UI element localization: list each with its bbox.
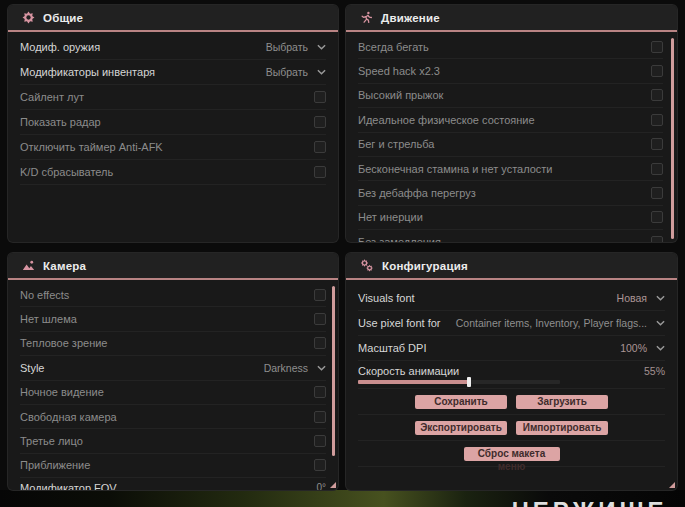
checkbox[interactable] [651, 114, 663, 126]
panel-movement: ДвижениеВсегда бегатьSpeed hack x2.3Высо… [346, 5, 677, 242]
checkbox[interactable] [314, 411, 326, 423]
dropdown-value: 100% [620, 342, 647, 354]
row-label: Модификаторы инвентаря [20, 66, 155, 78]
panel-header-movement[interactable]: Движение [346, 5, 677, 32]
dropdown-value: Darkness [264, 362, 308, 374]
dropdown[interactable]: Выбрать [266, 41, 326, 53]
checkbox[interactable] [651, 89, 663, 101]
menu-row: Сброс макета меню [358, 441, 665, 467]
panel-header-general[interactable]: Общие [8, 5, 338, 32]
resize-handle[interactable] [330, 482, 336, 488]
scrollbar[interactable] [671, 38, 674, 239]
menu-row: StyleDarkness [20, 356, 326, 380]
panel-camera: КамераNo effectsНет шлемаТепловое зрение… [8, 253, 338, 490]
slider-fill [358, 380, 469, 384]
menu-row: Ночное видение [20, 381, 326, 405]
menu-row: Высокий прыжок [358, 84, 663, 108]
background-game-text: ЧЕРЖИШЕ [512, 497, 668, 507]
row-label: Приближение [20, 459, 90, 471]
row-label: Идеальное физическое состояние [358, 114, 535, 126]
checkbox[interactable] [314, 459, 326, 471]
menu-row: Скорость анимации55% [358, 361, 665, 389]
checkbox[interactable] [314, 91, 326, 103]
reset-menu-layout-button[interactable]: Сброс макета меню [464, 447, 560, 461]
panel-title: Камера [43, 260, 86, 272]
row-label: Скорость анимации [358, 365, 459, 377]
row-label: Без дебаффа перегруз [358, 187, 476, 199]
menu-row: ЭкспортироватьИмпортировать [358, 415, 665, 441]
gears-icon [360, 259, 374, 272]
checkbox[interactable] [651, 187, 663, 199]
panel-title: Движение [381, 12, 440, 24]
menu-row: Без дебаффа перегруз [358, 181, 663, 205]
dropdown[interactable]: Выбрать [266, 66, 326, 78]
menu-row: Без замедления [358, 230, 663, 242]
image-icon [22, 259, 35, 272]
checkbox[interactable] [651, 163, 663, 175]
menu-row: Visuals fontНовая [358, 286, 665, 311]
dropdown[interactable]: Container items, Inventory, Player flags… [456, 317, 665, 329]
chevron-down-icon [317, 44, 326, 50]
load-button[interactable]: Загрузить [516, 395, 608, 409]
checkbox[interactable] [314, 313, 326, 325]
panel-body: Всегда бегатьSpeed hack x2.3Высокий прыж… [346, 32, 677, 242]
row-label: Свободная камера [20, 411, 117, 423]
slider-track[interactable] [358, 380, 560, 384]
checkbox[interactable] [314, 386, 326, 398]
scrollbar[interactable] [332, 286, 335, 456]
menu-row: Модификатор FOV0° [20, 478, 326, 490]
panel-title: Конфигурация [382, 260, 468, 272]
checkbox[interactable] [314, 337, 326, 349]
row-label: K/D сбрасыватель [20, 166, 113, 178]
checkbox[interactable] [651, 41, 663, 53]
row-label: Style [20, 362, 44, 374]
resize-handle[interactable] [669, 482, 675, 488]
checkbox[interactable] [314, 166, 326, 178]
menu-row: Идеальное физическое состояние [358, 108, 663, 132]
menu-row: Бесконечная стамина и нет усталости [358, 157, 663, 181]
menu-row: Модификаторы инвентаряВыбрать [20, 60, 326, 85]
row-label: Сайлент лут [20, 91, 84, 103]
checkbox[interactable] [651, 138, 663, 150]
export-button[interactable]: Экспортировать [415, 421, 507, 435]
menu-row: Отключить таймер Anti-AFK [20, 135, 326, 160]
menu-row: No effects [20, 283, 326, 307]
checkbox[interactable] [651, 236, 663, 242]
checkbox[interactable] [314, 289, 326, 301]
checkbox[interactable] [651, 211, 663, 223]
menu-row: Speed hack x2.3 [358, 59, 663, 83]
checkbox[interactable] [314, 116, 326, 128]
chevron-down-icon [317, 69, 326, 75]
row-label: Бесконечная стамина и нет усталости [358, 163, 553, 175]
dropdown[interactable]: 100% [620, 342, 665, 354]
row-label: Visuals font [358, 292, 415, 304]
dropdown[interactable]: Darkness [264, 362, 326, 374]
menu-row: Всегда бегать [358, 35, 663, 59]
import-button[interactable]: Импортировать [516, 421, 608, 435]
checkbox[interactable] [651, 65, 663, 77]
checkbox[interactable] [314, 141, 326, 153]
menu-row: Показать радар [20, 110, 326, 135]
menu-row: Приближение [20, 454, 326, 478]
dropdown[interactable]: Новая [617, 292, 665, 304]
slider-handle[interactable] [467, 377, 471, 387]
checkbox[interactable] [314, 435, 326, 447]
slider-value: 0° [316, 482, 326, 490]
panel-header-camera[interactable]: Камера [8, 253, 338, 280]
row-label: Нет шлема [20, 313, 77, 325]
dropdown-value: Container items, Inventory, Player flags… [456, 317, 647, 329]
chevron-down-icon [656, 320, 665, 326]
row-label: Ночное видение [20, 386, 104, 398]
panel-header-config[interactable]: Конфигурация [346, 253, 677, 280]
row-label: Модификатор FOV [20, 482, 117, 490]
chevron-down-icon [656, 295, 665, 301]
row-label: Масштаб DPI [358, 342, 426, 354]
row-label: No effects [20, 289, 69, 301]
dropdown-value: Выбрать [266, 41, 308, 53]
row-label: Нет инерции [358, 211, 423, 223]
slider-label-line: Модификатор FOV0° [20, 482, 326, 490]
panel-config: КонфигурацияVisuals fontНоваяUse pixel f… [346, 253, 677, 490]
save-button[interactable]: Сохранить [415, 395, 507, 409]
panel-title: Общие [43, 12, 83, 24]
menu-row: Третье лицо [20, 429, 326, 453]
